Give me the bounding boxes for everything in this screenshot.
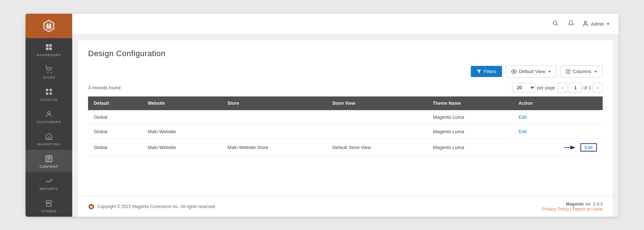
eye-icon [511, 69, 517, 75]
records-bar: 3 records found 20 30 50 per page ‹ of 1 [88, 83, 603, 93]
bell-icon [568, 20, 574, 26]
table-body: Global Magento Luma Edit Global Main Web… [88, 110, 603, 157]
notifications-button[interactable] [566, 18, 576, 29]
admin-menu[interactable]: Admin ▼ [582, 21, 610, 27]
reports-icon [45, 177, 53, 185]
report-issue-link[interactable]: Report an issue [572, 207, 603, 212]
footer-version-label: Magento [566, 202, 584, 207]
arrow-icon [564, 143, 577, 152]
store-cell: Main Website Store [222, 139, 327, 156]
columns-caret: ▼ [594, 70, 597, 73]
customers-icon [45, 110, 53, 118]
search-icon [552, 20, 558, 26]
svg-point-17 [553, 21, 557, 25]
website-cell: Main Website [142, 124, 222, 139]
page-header: Design Configuration [88, 49, 603, 58]
svg-rect-7 [50, 89, 52, 91]
footer-magento-icon [88, 203, 95, 210]
store-view-cell [327, 124, 427, 139]
svg-rect-16 [47, 203, 51, 206]
data-table: Default Website Store Store View Theme N… [88, 96, 603, 157]
arrow-container: Edit [519, 143, 597, 152]
edit-link-highlighted[interactable]: Edit [580, 143, 597, 152]
sidebar-item-dashboard[interactable]: DASHBOARD [26, 38, 72, 60]
svg-marker-20 [477, 69, 481, 73]
edit-link[interactable]: Edit [519, 129, 526, 134]
view-label: Default View [519, 69, 545, 74]
pagination: 20 30 50 per page ‹ of 1 › [512, 83, 603, 93]
per-page-label: per page [537, 85, 555, 90]
svg-rect-11 [48, 137, 50, 139]
per-page-select: 20 30 50 per page [512, 83, 555, 93]
search-button[interactable] [551, 18, 560, 29]
catalog-icon [45, 88, 53, 96]
stores-icon [45, 199, 53, 207]
sidebar-item-label-dashboard: DASHBOARD [37, 53, 61, 57]
sidebar-item-customers[interactable]: CUSTOMERS [26, 105, 72, 127]
svg-rect-3 [49, 47, 52, 50]
footer-left: Copyright © 2022 Magento Commerce Inc. A… [88, 203, 216, 210]
sidebar-item-reports[interactable]: REPORTS [26, 172, 72, 194]
col-header-action: Action [513, 96, 603, 110]
sidebar-item-label-catalog: CATALOG [40, 98, 58, 102]
filters-button[interactable]: Filters [471, 66, 502, 77]
sidebar-item-sales[interactable]: SALES [26, 60, 72, 83]
page-of: of 1 [583, 85, 591, 90]
privacy-policy-link[interactable]: Privacy Policy [542, 207, 569, 212]
theme-cell: Magento Luma [427, 124, 513, 139]
table-row: Global Magento Luma Edit [88, 110, 603, 125]
sidebar-item-content[interactable]: CONTENT [26, 150, 72, 172]
sidebar-logo[interactable] [26, 14, 72, 38]
action-cell: Edit [513, 124, 603, 139]
table-row: Global Main Website Magento Luma Edit [88, 124, 603, 139]
columns-button[interactable]: Columns ▼ [560, 66, 603, 77]
marketing-icon [45, 132, 53, 140]
view-caret: ▼ [548, 70, 551, 73]
sidebar-item-label-marketing: MARKETING [37, 142, 60, 146]
svg-point-5 [51, 72, 52, 73]
prev-page-button[interactable]: ‹ [557, 83, 567, 93]
store-view-cell [327, 110, 427, 125]
content-icon [45, 155, 53, 163]
theme-cell: Magento Luma [427, 139, 513, 156]
sidebar-item-label-stores: STORES [41, 209, 57, 213]
next-page-button[interactable]: › [593, 83, 603, 93]
website-cell: Main Website [142, 139, 222, 156]
page-number-input[interactable] [569, 83, 582, 93]
edit-link[interactable]: Edit [519, 114, 526, 120]
sidebar-item-label-customers: CUSTOMERS [37, 120, 61, 124]
sidebar-item-marketing[interactable]: MARKETING [26, 127, 72, 150]
col-header-theme: Theme Name [427, 96, 513, 110]
columns-icon [566, 69, 571, 74]
dashboard-icon [45, 43, 53, 51]
col-header-default: Default [88, 96, 142, 110]
svg-rect-8 [46, 92, 48, 94]
action-cell: Edit [513, 139, 603, 156]
svg-point-21 [513, 71, 515, 72]
table-row: Global Main Website Main Website Store D… [88, 139, 603, 156]
svg-rect-2 [46, 47, 49, 50]
admin-label: Admin [591, 21, 604, 27]
sales-icon [45, 66, 53, 73]
svg-point-4 [47, 72, 49, 73]
sidebar-item-stores[interactable]: STORES [26, 194, 72, 217]
records-found: 3 records found [88, 85, 120, 90]
default-cell: Global [88, 139, 142, 156]
col-header-store-view: Store View [327, 96, 427, 110]
toolbar: Filters Default View ▼ Columns ▼ [88, 66, 603, 78]
footer-right: Magento ver. 2.4.3 Privacy Policy | Repo… [542, 202, 603, 212]
per-page-dropdown[interactable]: 20 30 50 [512, 83, 535, 93]
store-cell [222, 110, 327, 125]
user-icon [582, 21, 589, 27]
svg-rect-6 [46, 89, 48, 91]
sidebar-item-catalog[interactable]: CATALOG [26, 83, 72, 105]
app-shell: DASHBOARD SALES CATALOG [26, 14, 618, 217]
sidebar-item-label-content: CONTENT [40, 164, 58, 168]
footer: Copyright © 2022 Magento Commerce Inc. A… [78, 196, 613, 217]
svg-point-19 [584, 21, 586, 23]
col-header-store: Store [222, 96, 327, 110]
view-button[interactable]: Default View ▼ [506, 66, 557, 78]
admin-caret: ▼ [606, 22, 610, 26]
default-cell: Global [88, 110, 142, 125]
sidebar-item-label-reports: REPORTS [40, 187, 58, 191]
